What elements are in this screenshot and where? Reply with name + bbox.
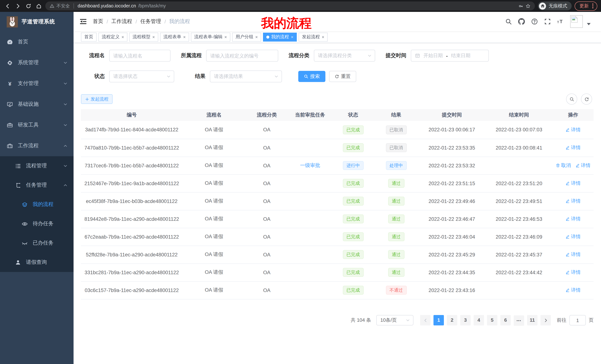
status-badge: 进行中 <box>343 161 364 170</box>
action-详情[interactable]: 详情 <box>566 269 581 276</box>
page-button-1[interactable]: 1 <box>433 315 444 325</box>
tab-流程模型[interactable]: 流程模型× <box>129 32 158 41</box>
tab-close-icon[interactable]: × <box>255 35 258 39</box>
category-label: 流程分类 <box>286 52 310 59</box>
action-详情[interactable]: 详情 <box>566 126 581 133</box>
hamburger-collapse-icon[interactable] <box>80 18 87 25</box>
sidebar-item-workflow[interactable]: 工作流程 <box>0 135 74 156</box>
sidebar-item-done-tasks[interactable]: 已办任务 <box>0 233 74 253</box>
tab-流程表单[interactable]: 流程表单× <box>160 32 189 41</box>
cell-result: 通过 <box>374 174 418 192</box>
action-详情[interactable]: 详情 <box>575 162 591 169</box>
page-ellipsis[interactable]: ••• <box>514 315 524 326</box>
reset-button[interactable]: 重置 <box>329 71 356 82</box>
chevron-down-icon <box>63 102 68 106</box>
process-name-input[interactable] <box>109 50 170 62</box>
current-task-link[interactable]: 一级审批 <box>300 163 320 168</box>
url-host[interactable]: dashboard.yudao.iocoder.cn <box>78 3 136 9</box>
prev-page-button[interactable] <box>420 315 431 326</box>
sidebar-item-home[interactable]: 首页 <box>0 31 74 52</box>
tab-close-icon[interactable]: × <box>183 35 186 39</box>
sidebar-item-system[interactable]: 系统管理 <box>0 52 74 73</box>
action-详情[interactable]: 详情 <box>566 287 581 294</box>
goto-page-input[interactable] <box>570 315 586 326</box>
sidebar-item-process-mgmt[interactable]: 流程管理 <box>0 156 74 175</box>
cell-end-time: 2022-01-22 23:44:42 <box>485 263 553 281</box>
sidebar-item-my-process[interactable]: 我的流程 <box>0 195 74 214</box>
kebab-menu-icon[interactable] <box>592 3 594 9</box>
tab-close-icon[interactable]: × <box>224 35 227 39</box>
sidebar-item-payment[interactable]: ¥支付管理 <box>0 73 74 94</box>
search-button[interactable]: 搜索 <box>298 71 325 82</box>
tab-用户分组[interactable]: 用户分组× <box>232 32 261 41</box>
browser-forward-icon[interactable] <box>14 2 21 10</box>
action-取消[interactable]: 取消 <box>556 162 571 169</box>
action-详情[interactable]: 详情 <box>566 198 581 204</box>
sidebar-item-task-mgmt[interactable]: 任务管理 <box>0 175 74 195</box>
tab-流程表单-编辑[interactable]: 流程表单-编辑× <box>191 32 230 41</box>
eye-closed-icon <box>21 240 28 246</box>
page-size-select[interactable]: 10条/页 <box>376 315 413 326</box>
update-button[interactable]: 更新 <box>575 1 597 10</box>
tab-close-icon[interactable]: × <box>152 35 155 39</box>
tab-close-icon[interactable]: × <box>322 35 324 39</box>
status-select[interactable]: 请选择状态 <box>109 70 174 82</box>
action-详情[interactable]: 详情 <box>566 180 581 187</box>
refresh-table-button[interactable] <box>581 94 592 105</box>
result-select[interactable]: 请选择流结果 <box>210 70 282 82</box>
app-logo[interactable]: 芋道管理系统 <box>0 12 74 31</box>
tab-我的流程[interactable]: 我的流程× <box>263 32 297 41</box>
page-button-2[interactable]: 2 <box>447 315 457 325</box>
cell-end-time: 2022-01-23 00:07:03 <box>485 121 553 139</box>
browser-back-icon[interactable] <box>4 2 11 10</box>
category-select[interactable]: 请选择流程分类 <box>314 50 375 62</box>
cell-submit-time: 2022-01-22 23:43:16 <box>418 281 485 299</box>
avatar-caret-down-icon[interactable] <box>587 23 591 25</box>
action-详情[interactable]: 详情 <box>566 144 581 151</box>
sidebar-item-devtools[interactable]: 研发工具 <box>0 115 74 135</box>
action-详情[interactable]: 详情 <box>566 233 581 240</box>
url-path[interactable]: /bpm/task/my <box>138 3 166 9</box>
bookmark-star-icon[interactable] <box>526 3 531 8</box>
not-secure-label[interactable]: 不安全 <box>56 3 70 9</box>
next-page-button[interactable] <box>541 315 551 326</box>
password-key-icon[interactable] <box>519 3 523 8</box>
app-title: 芋道管理系统 <box>21 18 55 25</box>
tab-label: 用户分组 <box>235 34 253 40</box>
page-button-4[interactable]: 4 <box>474 315 484 325</box>
tab-流程定义[interactable]: 流程定义× <box>99 32 127 41</box>
cell-actions: 详情 <box>552 281 594 299</box>
breadcrumb-item[interactable]: 工作流程 <box>111 18 132 25</box>
sidebar-item-infrastructure[interactable]: 基础设施 <box>0 94 74 115</box>
browser-reload-icon[interactable] <box>25 2 32 10</box>
page-button-11[interactable]: 11 <box>527 315 538 325</box>
github-icon[interactable] <box>518 18 525 25</box>
process-def-input[interactable] <box>206 50 278 62</box>
action-详情[interactable]: 详情 <box>566 251 581 258</box>
status-badge: 已完成 <box>343 286 364 295</box>
browser-home-icon[interactable] <box>35 2 42 10</box>
sidebar-item-todo-tasks[interactable]: 待办任务 <box>0 214 74 233</box>
page-button-3[interactable]: 3 <box>460 315 471 325</box>
user-avatar-broken-image[interactable] <box>570 15 583 28</box>
address-bar[interactable]: 不安全 dashboard.yudao.iocoder.cn/bpm/task/… <box>45 1 535 10</box>
breadcrumb-item[interactable]: 任务管理 <box>140 18 161 25</box>
sidebar-item-leave-query[interactable]: 请假查询 <box>0 253 74 272</box>
help-question-icon[interactable] <box>531 18 538 25</box>
tab-close-icon[interactable]: × <box>291 35 293 39</box>
page-button-6[interactable]: 6 <box>500 315 511 325</box>
tab-发起流程[interactable]: 发起流程× <box>299 32 328 41</box>
header-search-icon[interactable] <box>505 18 512 25</box>
page-button-5[interactable]: 5 <box>487 315 497 325</box>
tab-close-icon[interactable]: × <box>121 35 124 39</box>
breadcrumb-item[interactable]: 首页 <box>93 18 103 25</box>
tab-首页[interactable]: 首页 <box>81 32 97 41</box>
action-详情[interactable]: 详情 <box>566 216 581 222</box>
date-range-picker[interactable]: 开始日期 - 结束日期 <box>411 50 489 62</box>
cell-end-time: 2022-01-22 23:49:51 <box>485 192 553 210</box>
toggle-search-button[interactable] <box>566 94 577 105</box>
fullscreen-icon[interactable] <box>544 18 551 25</box>
create-process-button[interactable]: 发起流程 <box>81 94 112 104</box>
process-def-label: 所属流程 <box>178 52 202 59</box>
font-size-icon[interactable]: TT <box>557 18 564 25</box>
